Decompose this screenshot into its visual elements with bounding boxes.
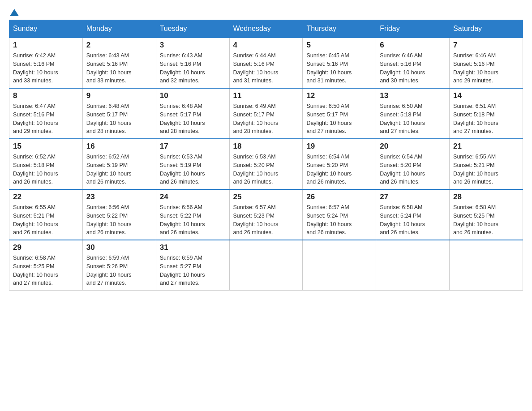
calendar-cell: 24Sunrise: 6:56 AMSunset: 5:22 PMDayligh… bbox=[156, 189, 229, 240]
day-number: 6 bbox=[380, 41, 446, 50]
week-row-1: 1Sunrise: 6:42 AMSunset: 5:16 PMDaylight… bbox=[9, 38, 523, 88]
day-info: Sunrise: 6:54 AMSunset: 5:20 PMDaylight:… bbox=[306, 153, 372, 186]
day-number: 20 bbox=[380, 142, 446, 151]
calendar-cell: 18Sunrise: 6:53 AMSunset: 5:20 PMDayligh… bbox=[229, 139, 303, 189]
calendar-cell: 31Sunrise: 6:59 AMSunset: 5:27 PMDayligh… bbox=[156, 240, 229, 291]
calendar-cell: 28Sunrise: 6:58 AMSunset: 5:25 PMDayligh… bbox=[450, 189, 523, 240]
calendar-cell: 30Sunrise: 6:59 AMSunset: 5:26 PMDayligh… bbox=[82, 240, 156, 291]
day-number: 24 bbox=[160, 193, 226, 201]
calendar-cell: 29Sunrise: 6:58 AMSunset: 5:25 PMDayligh… bbox=[9, 240, 83, 291]
day-info: Sunrise: 6:59 AMSunset: 5:27 PMDaylight:… bbox=[160, 254, 226, 287]
day-number: 19 bbox=[306, 142, 372, 151]
day-number: 29 bbox=[13, 243, 79, 252]
day-number: 25 bbox=[233, 193, 299, 201]
day-number: 1 bbox=[13, 41, 79, 50]
calendar-cell: 6Sunrise: 6:46 AMSunset: 5:16 PMDaylight… bbox=[376, 38, 450, 88]
day-info: Sunrise: 6:43 AMSunset: 5:16 PMDaylight:… bbox=[86, 51, 152, 85]
calendar-cell: 16Sunrise: 6:52 AMSunset: 5:19 PMDayligh… bbox=[82, 139, 156, 189]
weekday-header-friday: Friday bbox=[376, 20, 450, 38]
day-number: 31 bbox=[160, 243, 226, 252]
day-number: 11 bbox=[233, 91, 299, 100]
day-info: Sunrise: 6:48 AMSunset: 5:17 PMDaylight:… bbox=[160, 102, 226, 136]
weekday-header-wednesday: Wednesday bbox=[229, 20, 303, 38]
calendar-cell: 8Sunrise: 6:47 AMSunset: 5:16 PMDaylight… bbox=[9, 88, 83, 139]
day-number: 13 bbox=[380, 91, 446, 100]
calendar-cell: 22Sunrise: 6:55 AMSunset: 5:21 PMDayligh… bbox=[9, 189, 83, 240]
calendar-cell: 5Sunrise: 6:45 AMSunset: 5:16 PMDaylight… bbox=[303, 38, 376, 88]
day-info: Sunrise: 6:44 AMSunset: 5:16 PMDaylight:… bbox=[233, 51, 299, 85]
day-info: Sunrise: 6:46 AMSunset: 5:16 PMDaylight:… bbox=[453, 51, 519, 85]
day-info: Sunrise: 6:43 AMSunset: 5:16 PMDaylight:… bbox=[160, 51, 226, 85]
day-info: Sunrise: 6:46 AMSunset: 5:16 PMDaylight:… bbox=[380, 51, 446, 85]
day-info: Sunrise: 6:52 AMSunset: 5:19 PMDaylight:… bbox=[86, 153, 152, 186]
calendar-cell: 19Sunrise: 6:54 AMSunset: 5:20 PMDayligh… bbox=[303, 139, 376, 189]
calendar-cell: 9Sunrise: 6:48 AMSunset: 5:17 PMDaylight… bbox=[82, 88, 156, 139]
day-number: 21 bbox=[453, 142, 519, 151]
day-info: Sunrise: 6:42 AMSunset: 5:16 PMDaylight:… bbox=[13, 51, 79, 85]
weekday-header-thursday: Thursday bbox=[303, 20, 376, 38]
day-number: 4 bbox=[233, 41, 299, 50]
day-info: Sunrise: 6:49 AMSunset: 5:17 PMDaylight:… bbox=[233, 102, 299, 136]
calendar-cell bbox=[229, 240, 303, 291]
calendar-cell: 7Sunrise: 6:46 AMSunset: 5:16 PMDaylight… bbox=[450, 38, 523, 88]
day-info: Sunrise: 6:55 AMSunset: 5:21 PMDaylight:… bbox=[453, 153, 519, 186]
calendar-cell: 1Sunrise: 6:42 AMSunset: 5:16 PMDaylight… bbox=[9, 38, 83, 88]
week-row-4: 22Sunrise: 6:55 AMSunset: 5:21 PMDayligh… bbox=[9, 189, 523, 240]
weekday-header-sunday: Sunday bbox=[9, 20, 83, 38]
day-number: 22 bbox=[13, 193, 79, 201]
day-number: 2 bbox=[86, 41, 152, 50]
calendar-cell: 17Sunrise: 6:53 AMSunset: 5:19 PMDayligh… bbox=[156, 139, 229, 189]
day-info: Sunrise: 6:45 AMSunset: 5:16 PMDaylight:… bbox=[306, 51, 372, 85]
day-number: 26 bbox=[306, 193, 372, 201]
calendar-header: SundayMondayTuesdayWednesdayThursdayFrid… bbox=[9, 20, 523, 38]
day-info: Sunrise: 6:48 AMSunset: 5:17 PMDaylight:… bbox=[86, 102, 152, 136]
day-info: Sunrise: 6:56 AMSunset: 5:22 PMDaylight:… bbox=[86, 203, 152, 237]
calendar-cell: 3Sunrise: 6:43 AMSunset: 5:16 PMDaylight… bbox=[156, 38, 229, 88]
calendar-cell: 15Sunrise: 6:52 AMSunset: 5:18 PMDayligh… bbox=[9, 139, 83, 189]
calendar-cell: 26Sunrise: 6:57 AMSunset: 5:24 PMDayligh… bbox=[303, 189, 376, 240]
day-info: Sunrise: 6:50 AMSunset: 5:18 PMDaylight:… bbox=[380, 102, 446, 136]
calendar-cell: 4Sunrise: 6:44 AMSunset: 5:16 PMDaylight… bbox=[229, 38, 303, 88]
logo bbox=[9, 9, 20, 15]
day-number: 14 bbox=[453, 91, 519, 100]
day-info: Sunrise: 6:57 AMSunset: 5:23 PMDaylight:… bbox=[233, 203, 299, 237]
day-number: 16 bbox=[86, 142, 152, 151]
header bbox=[9, 9, 523, 15]
day-number: 12 bbox=[306, 91, 372, 100]
week-row-5: 29Sunrise: 6:58 AMSunset: 5:25 PMDayligh… bbox=[9, 240, 523, 291]
day-info: Sunrise: 6:51 AMSunset: 5:18 PMDaylight:… bbox=[453, 102, 519, 136]
week-row-2: 8Sunrise: 6:47 AMSunset: 5:16 PMDaylight… bbox=[9, 88, 523, 139]
day-number: 27 bbox=[380, 193, 446, 201]
logo-triangle-icon bbox=[10, 9, 19, 16]
day-info: Sunrise: 6:58 AMSunset: 5:25 PMDaylight:… bbox=[13, 254, 79, 287]
calendar-cell: 27Sunrise: 6:58 AMSunset: 5:24 PMDayligh… bbox=[376, 189, 450, 240]
day-number: 5 bbox=[306, 41, 372, 50]
day-number: 30 bbox=[86, 243, 152, 252]
calendar-cell: 21Sunrise: 6:55 AMSunset: 5:21 PMDayligh… bbox=[450, 139, 523, 189]
day-number: 8 bbox=[13, 91, 79, 100]
calendar-table: SundayMondayTuesdayWednesdayThursdayFrid… bbox=[9, 20, 523, 291]
weekday-header-monday: Monday bbox=[82, 20, 156, 38]
day-info: Sunrise: 6:56 AMSunset: 5:22 PMDaylight:… bbox=[160, 203, 226, 237]
calendar-cell: 13Sunrise: 6:50 AMSunset: 5:18 PMDayligh… bbox=[376, 88, 450, 139]
day-info: Sunrise: 6:50 AMSunset: 5:17 PMDaylight:… bbox=[306, 102, 372, 136]
day-info: Sunrise: 6:57 AMSunset: 5:24 PMDaylight:… bbox=[306, 203, 372, 237]
calendar-cell bbox=[376, 240, 450, 291]
day-info: Sunrise: 6:55 AMSunset: 5:21 PMDaylight:… bbox=[13, 203, 79, 237]
calendar-cell: 12Sunrise: 6:50 AMSunset: 5:17 PMDayligh… bbox=[303, 88, 376, 139]
day-number: 15 bbox=[13, 142, 79, 151]
day-number: 10 bbox=[160, 91, 226, 100]
day-number: 9 bbox=[86, 91, 152, 100]
calendar-cell: 20Sunrise: 6:54 AMSunset: 5:20 PMDayligh… bbox=[376, 139, 450, 189]
day-info: Sunrise: 6:59 AMSunset: 5:26 PMDaylight:… bbox=[86, 254, 152, 287]
week-row-3: 15Sunrise: 6:52 AMSunset: 5:18 PMDayligh… bbox=[9, 139, 523, 189]
day-info: Sunrise: 6:53 AMSunset: 5:19 PMDaylight:… bbox=[160, 153, 226, 186]
calendar-cell: 23Sunrise: 6:56 AMSunset: 5:22 PMDayligh… bbox=[82, 189, 156, 240]
day-info: Sunrise: 6:47 AMSunset: 5:16 PMDaylight:… bbox=[13, 102, 79, 136]
day-info: Sunrise: 6:53 AMSunset: 5:20 PMDaylight:… bbox=[233, 153, 299, 186]
calendar-cell bbox=[303, 240, 376, 291]
calendar-cell: 25Sunrise: 6:57 AMSunset: 5:23 PMDayligh… bbox=[229, 189, 303, 240]
day-info: Sunrise: 6:58 AMSunset: 5:24 PMDaylight:… bbox=[380, 203, 446, 237]
day-number: 3 bbox=[160, 41, 226, 50]
day-number: 28 bbox=[453, 193, 519, 201]
